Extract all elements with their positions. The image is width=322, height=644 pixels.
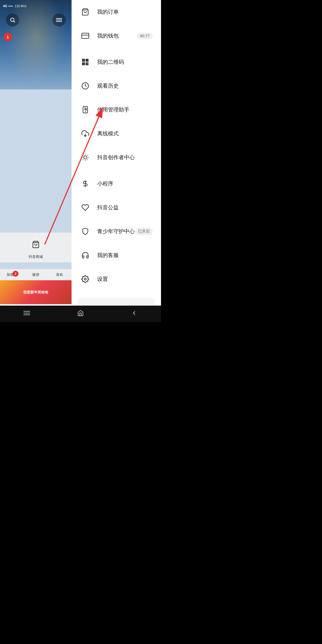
offline-label: 离线模式 — [97, 130, 153, 137]
svg-line-1 — [14, 21, 15, 23]
nav-row: 2 加朋友 被@ 喜欢 — [0, 269, 72, 280]
menu-item-miniapp[interactable]: 小程序 — [72, 172, 161, 196]
status-signal: 4G ▪▪▪▪ — [3, 4, 13, 8]
menu-button[interactable] — [52, 13, 66, 27]
svg-rect-14 — [88, 63, 88, 63]
left-header-icons — [0, 13, 72, 27]
history-label: 观看历史 — [97, 82, 153, 89]
wallet-label: 我的钱包 — [97, 32, 137, 39]
service-label: 我的客服 — [97, 252, 153, 259]
svg-line-27 — [87, 160, 88, 160]
wallet-icon — [80, 30, 91, 41]
preview-banner: 祝您新年笑哈哈 — [0, 280, 72, 304]
svg-rect-17 — [86, 60, 87, 61]
system-nav-bar — [0, 306, 161, 322]
svg-point-33 — [84, 278, 86, 280]
left-panel: 4G ▪▪▪▪ 119.4K/s 1 — [0, 0, 72, 322]
menu-item-settings[interactable]: 设置 — [72, 267, 161, 291]
search-button[interactable] — [6, 13, 19, 27]
add-friend-nav[interactable]: 2 加朋友 — [0, 269, 24, 280]
side-menu: 我的订单 我的钱包 ¥0.77 — [72, 0, 161, 322]
order-label: 我的订单 — [97, 8, 153, 16]
system-back-icon[interactable] — [131, 310, 137, 318]
like-nav[interactable]: 喜欢 — [48, 269, 72, 280]
system-home-icon[interactable] — [77, 310, 84, 318]
settings-icon — [80, 274, 91, 284]
service-icon — [80, 250, 91, 261]
svg-rect-13 — [86, 63, 87, 64]
svg-point-0 — [10, 18, 14, 21]
svg-line-31 — [87, 155, 88, 156]
miniapp-icon — [80, 178, 91, 189]
menu-item-history[interactable]: 观看历史 — [72, 74, 161, 98]
qrcode-label: 我的二维码 — [97, 58, 153, 66]
notification-badge: 1 — [4, 33, 12, 41]
svg-point-23 — [84, 156, 87, 159]
svg-rect-18 — [83, 63, 84, 64]
cart-section[interactable]: 抖音商城 — [0, 233, 72, 262]
offline-icon — [80, 128, 91, 139]
banner-text: 祝您新年笑哈哈 — [23, 290, 48, 295]
youth-badge: 已开启 — [135, 227, 153, 235]
at-nav[interactable]: 被@ — [24, 269, 48, 280]
creator-icon — [80, 152, 91, 163]
menu-item-service[interactable]: 我的客服 — [72, 243, 161, 267]
status-bar: 4G ▪▪▪▪ 119.4K/s — [0, 0, 72, 12]
system-menu-icon[interactable] — [24, 310, 30, 317]
menu-item-charity[interactable]: 抖音公益 — [72, 196, 161, 219]
manager-label: 使用管理助手 — [97, 106, 153, 113]
cart-icon — [28, 237, 43, 252]
creator-label: 抖音创作者中心 — [97, 154, 153, 161]
at-label: 被@ — [32, 272, 39, 277]
youth-label: 青少年守护中心 — [97, 228, 135, 235]
svg-rect-16 — [83, 60, 84, 61]
order-icon — [80, 7, 91, 17]
menu-item-wallet[interactable]: 我的钱包 ¥0.77 — [72, 24, 161, 48]
menu-item-order[interactable]: 我的订单 — [72, 0, 161, 24]
friend-badge: 2 — [13, 271, 18, 277]
charity-label: 抖音公益 — [97, 204, 153, 211]
svg-line-26 — [83, 155, 83, 156]
qrcode-icon — [80, 57, 91, 67]
menu-item-qrcode[interactable]: 我的二维码 — [72, 50, 161, 74]
menu-item-manager[interactable]: 使用管理助手 — [72, 98, 161, 122]
menu-item-youth[interactable]: 青少年守护中心 已开启 — [72, 219, 161, 243]
youth-icon — [80, 226, 91, 237]
like-label: 喜欢 — [56, 272, 63, 277]
cart-label: 抖音商城 — [29, 254, 43, 259]
miniapp-label: 小程序 — [97, 180, 153, 187]
menu-item-creator[interactable]: 抖音创作者中心 — [72, 145, 161, 169]
network-speed: 119.4K/s — [15, 4, 26, 8]
svg-rect-15 — [86, 64, 88, 65]
menu-item-offline[interactable]: 离线模式 — [72, 122, 161, 145]
wallet-badge: ¥0.77 — [137, 32, 153, 39]
settings-label: 设置 — [97, 275, 153, 283]
history-icon — [80, 80, 91, 91]
svg-rect-8 — [82, 33, 89, 38]
manager-icon — [80, 104, 91, 115]
svg-line-30 — [83, 160, 83, 160]
charity-icon — [80, 202, 91, 213]
